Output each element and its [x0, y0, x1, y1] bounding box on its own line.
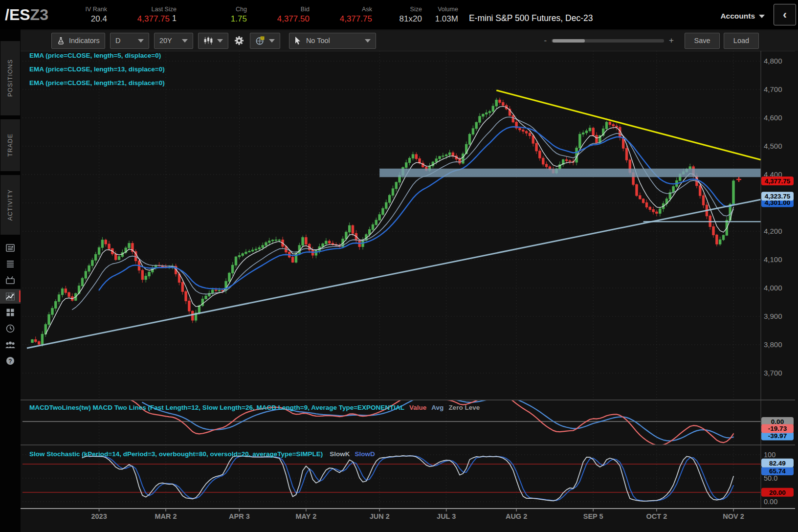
svg-text:100: 100 — [764, 451, 776, 459]
svg-text:JUL 3: JUL 3 — [437, 512, 456, 520]
news-icon[interactable] — [0, 241, 21, 255]
grid-icon[interactable] — [0, 305, 21, 320]
left-sidebar: POSITIONS TRADE ACTIVITY — [0, 29, 21, 532]
cursor-icon — [294, 37, 301, 45]
quotes-list-icon[interactable] — [0, 257, 21, 271]
sidebar-tab-positions[interactable]: POSITIONS — [0, 41, 20, 115]
svg-text:4,500: 4,500 — [764, 142, 782, 150]
svg-text:4,200: 4,200 — [764, 227, 782, 235]
quote-header: /ESZ3 IV Rank 20.4 Last Size 4,377.751 C… — [0, 0, 798, 29]
accounts-dropdown[interactable]: Accounts — [720, 12, 765, 21]
chevron-down-icon — [365, 39, 371, 43]
chevron-down-icon — [182, 39, 188, 43]
sidebar-tab-activity[interactable]: ACTIVITY — [0, 175, 20, 235]
stat-ask: Ask 4,377.75 — [328, 6, 372, 24]
svg-text:MAY 2: MAY 2 — [296, 512, 317, 520]
svg-text:0.00: 0.00 — [771, 418, 784, 425]
help-icon[interactable]: ? — [0, 354, 21, 368]
instrument-description: E-mini S&P 500 Futures, Dec-23 — [469, 13, 593, 23]
svg-text:-19.73: -19.73 — [768, 425, 787, 432]
svg-text:2023: 2023 — [91, 512, 107, 520]
timeframe-dropdown[interactable]: D — [110, 33, 149, 49]
chevron-down-icon — [269, 39, 275, 43]
zoom-slider[interactable]: - + — [544, 36, 674, 45]
save-button[interactable]: Save — [685, 33, 720, 49]
svg-text:NOV 2: NOV 2 — [723, 512, 744, 520]
svg-text:3,800: 3,800 — [764, 340, 782, 349]
chart-grid-icon[interactable] — [0, 289, 21, 304]
active-tool-dropdown[interactable]: No Tool — [289, 33, 376, 49]
symbol-suffix: Z3 — [30, 6, 48, 23]
chart-svg[interactable]: 3,7003,8003,9004,0004,1004,2004,3004,400… — [21, 29, 798, 532]
chart-settings-button[interactable] — [233, 35, 245, 46]
chevron-down-icon — [138, 39, 144, 43]
zoom-thumb[interactable] — [553, 39, 585, 43]
stat-size: Size 81x20 — [394, 6, 422, 24]
indicators-button[interactable]: Indicators — [51, 33, 105, 49]
svg-text:4,700: 4,700 — [764, 85, 782, 93]
range-dropdown[interactable]: 20Y — [154, 33, 193, 49]
stat-iv-rank: IV Rank 20.4 — [71, 6, 107, 24]
history-clock-icon[interactable] — [0, 321, 21, 336]
collapse-panel-button[interactable]: ‹ — [774, 4, 796, 25]
people-icon[interactable] — [0, 337, 21, 352]
chevron-down-icon — [217, 39, 223, 43]
svg-text:OCT 2: OCT 2 — [646, 512, 667, 520]
trading-platform: /ESZ3 IV Rank 20.4 Last Size 4,377.751 C… — [0, 0, 798, 532]
chevron-down-icon — [759, 15, 765, 18]
svg-text:4,377.75: 4,377.75 — [765, 177, 791, 185]
stat-chg: Chg 1.75 — [220, 6, 247, 24]
zoom-out-label[interactable]: - — [544, 36, 547, 45]
svg-text:4,323.75: 4,323.75 — [765, 193, 791, 200]
sidebar-tab-trade[interactable]: TRADE — [0, 119, 20, 171]
svg-text:-39.97: -39.97 — [768, 432, 787, 440]
svg-text:SEP 5: SEP 5 — [583, 512, 603, 520]
svg-text:JUN 2: JUN 2 — [370, 512, 390, 520]
stat-volume: Volume 1.03M — [428, 6, 458, 24]
tv-icon[interactable] — [0, 273, 21, 288]
svg-text:APR 3: APR 3 — [229, 512, 250, 520]
stat-bid: Bid 4,377.50 — [266, 6, 310, 24]
svg-text:0.00: 0.00 — [764, 498, 777, 506]
flask-icon — [57, 37, 65, 45]
chart-toolbar: Indicators D 20Y — [21, 30, 798, 51]
svg-text:3,700: 3,700 — [764, 369, 782, 377]
zoom-in-label[interactable]: + — [669, 36, 674, 45]
svg-text:4,600: 4,600 — [764, 113, 782, 122]
svg-text:4,800: 4,800 — [764, 57, 782, 65]
candlestick-style-icon — [203, 36, 213, 45]
svg-text:MAR 2: MAR 2 — [155, 512, 177, 520]
svg-text:4,000: 4,000 — [764, 284, 782, 292]
svg-text:3,900: 3,900 — [764, 312, 782, 320]
symbol-ticker[interactable]: /ESZ3 — [5, 6, 48, 24]
zoom-track[interactable] — [552, 39, 664, 43]
stat-last-size: Last Size 4,377.751 — [122, 6, 177, 24]
svg-text:50.0: 50.0 — [764, 474, 777, 482]
gear-icon — [233, 35, 245, 46]
drawing-tools-dropdown[interactable] — [250, 33, 280, 49]
svg-text:20.00: 20.00 — [769, 489, 786, 496]
svg-text:82.49: 82.49 — [769, 460, 786, 467]
svg-text:?: ? — [8, 358, 12, 365]
load-button[interactable]: Load — [724, 33, 759, 49]
price-chart-canvas[interactable]: 3,7003,8003,9004,0004,1004,2004,3004,400… — [21, 29, 798, 532]
svg-text:4,100: 4,100 — [764, 255, 782, 264]
svg-text:65.74: 65.74 — [769, 467, 786, 475]
drawing-set-icon — [255, 36, 265, 45]
svg-text:AUG 2: AUG 2 — [506, 512, 527, 520]
chart-style-dropdown[interactable] — [198, 33, 228, 49]
last-size-qty: 1 — [172, 14, 177, 24]
